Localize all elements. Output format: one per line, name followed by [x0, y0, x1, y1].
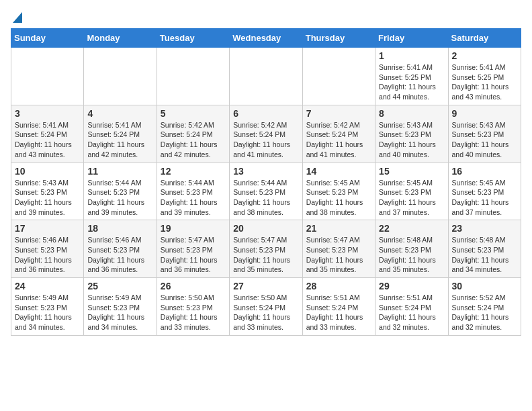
day-info: Sunrise: 5:51 AM Sunset: 5:24 PM Dayligh… — [306, 293, 371, 332]
calendar-cell: 10Sunrise: 5:43 AM Sunset: 5:23 PM Dayli… — [11, 163, 84, 220]
day-number: 14 — [306, 166, 371, 177]
calendar-table: SundayMondayTuesdayWednesdayThursdayFrid… — [11, 28, 521, 336]
day-number: 15 — [379, 166, 444, 177]
calendar-cell: 11Sunrise: 5:44 AM Sunset: 5:23 PM Dayli… — [84, 163, 157, 220]
day-number: 20 — [233, 223, 298, 234]
day-info: Sunrise: 5:45 AM Sunset: 5:23 PM Dayligh… — [306, 178, 371, 218]
calendar-cell: 26Sunrise: 5:50 AM Sunset: 5:23 PM Dayli… — [157, 278, 229, 336]
calendar-week-row: 24Sunrise: 5:49 AM Sunset: 5:23 PM Dayli… — [11, 278, 521, 336]
calendar-cell: 18Sunrise: 5:46 AM Sunset: 5:23 PM Dayli… — [84, 220, 157, 278]
day-number: 28 — [306, 281, 371, 291]
calendar-cell: 1Sunrise: 5:41 AM Sunset: 5:25 PM Daylig… — [375, 48, 448, 105]
calendar-week-row: 3Sunrise: 5:41 AM Sunset: 5:24 PM Daylig… — [11, 105, 521, 163]
day-info: Sunrise: 5:44 AM Sunset: 5:23 PM Dayligh… — [87, 178, 152, 218]
calendar-cell: 15Sunrise: 5:45 AM Sunset: 5:23 PM Dayli… — [375, 163, 448, 220]
day-number: 6 — [233, 108, 298, 119]
calendar-header-saturday: Saturday — [448, 29, 521, 48]
calendar-cell: 27Sunrise: 5:50 AM Sunset: 5:24 PM Dayli… — [230, 278, 302, 336]
calendar-cell — [84, 48, 157, 105]
calendar-cell: 30Sunrise: 5:52 AM Sunset: 5:24 PM Dayli… — [448, 278, 521, 336]
day-number: 18 — [87, 223, 152, 234]
day-number: 9 — [452, 108, 517, 119]
calendar-cell — [11, 48, 84, 105]
day-info: Sunrise: 5:49 AM Sunset: 5:23 PM Dayligh… — [15, 293, 80, 332]
calendar-week-row: 1Sunrise: 5:41 AM Sunset: 5:25 PM Daylig… — [11, 48, 521, 105]
day-number: 2 — [452, 50, 517, 61]
day-info: Sunrise: 5:41 AM Sunset: 5:25 PM Dayligh… — [379, 62, 444, 102]
calendar-cell — [157, 48, 229, 105]
calendar-cell: 29Sunrise: 5:51 AM Sunset: 5:24 PM Dayli… — [375, 278, 448, 336]
calendar-cell: 2Sunrise: 5:41 AM Sunset: 5:25 PM Daylig… — [448, 48, 521, 105]
day-number: 1 — [379, 50, 444, 61]
calendar-cell: 5Sunrise: 5:42 AM Sunset: 5:24 PM Daylig… — [157, 105, 229, 163]
day-number: 4 — [87, 108, 152, 119]
day-info: Sunrise: 5:49 AM Sunset: 5:23 PM Dayligh… — [87, 293, 152, 332]
calendar-cell: 7Sunrise: 5:42 AM Sunset: 5:24 PM Daylig… — [302, 105, 375, 163]
day-info: Sunrise: 5:45 AM Sunset: 5:23 PM Dayligh… — [379, 178, 444, 218]
day-info: Sunrise: 5:41 AM Sunset: 5:24 PM Dayligh… — [87, 120, 152, 160]
calendar-header-sunday: Sunday — [11, 29, 84, 48]
day-number: 16 — [452, 166, 517, 177]
day-number: 24 — [15, 281, 80, 291]
calendar-cell: 17Sunrise: 5:46 AM Sunset: 5:23 PM Dayli… — [11, 220, 84, 278]
logo — [11, 11, 22, 23]
day-number: 25 — [87, 281, 152, 291]
day-info: Sunrise: 5:48 AM Sunset: 5:23 PM Dayligh… — [452, 235, 517, 275]
calendar-cell: 21Sunrise: 5:47 AM Sunset: 5:23 PM Dayli… — [302, 220, 375, 278]
calendar-cell: 25Sunrise: 5:49 AM Sunset: 5:23 PM Dayli… — [84, 278, 157, 336]
day-info: Sunrise: 5:42 AM Sunset: 5:24 PM Dayligh… — [233, 120, 298, 160]
day-number: 23 — [452, 223, 517, 234]
day-info: Sunrise: 5:51 AM Sunset: 5:24 PM Dayligh… — [379, 293, 444, 332]
calendar-cell: 13Sunrise: 5:44 AM Sunset: 5:23 PM Dayli… — [230, 163, 302, 220]
calendar-cell: 20Sunrise: 5:47 AM Sunset: 5:23 PM Dayli… — [230, 220, 302, 278]
calendar-cell — [302, 48, 375, 105]
calendar-cell: 9Sunrise: 5:43 AM Sunset: 5:23 PM Daylig… — [448, 105, 521, 163]
calendar-cell: 23Sunrise: 5:48 AM Sunset: 5:23 PM Dayli… — [448, 220, 521, 278]
day-number: 22 — [379, 223, 444, 234]
day-info: Sunrise: 5:41 AM Sunset: 5:25 PM Dayligh… — [452, 62, 517, 102]
calendar-cell: 22Sunrise: 5:48 AM Sunset: 5:23 PM Dayli… — [375, 220, 448, 278]
day-info: Sunrise: 5:43 AM Sunset: 5:23 PM Dayligh… — [15, 178, 80, 218]
day-info: Sunrise: 5:50 AM Sunset: 5:23 PM Dayligh… — [161, 293, 226, 332]
calendar-cell: 28Sunrise: 5:51 AM Sunset: 5:24 PM Dayli… — [302, 278, 375, 336]
day-info: Sunrise: 5:44 AM Sunset: 5:23 PM Dayligh… — [233, 178, 298, 218]
calendar-cell: 24Sunrise: 5:49 AM Sunset: 5:23 PM Dayli… — [11, 278, 84, 336]
day-info: Sunrise: 5:50 AM Sunset: 5:24 PM Dayligh… — [233, 293, 298, 332]
page-header — [11, 11, 521, 23]
day-info: Sunrise: 5:46 AM Sunset: 5:23 PM Dayligh… — [15, 235, 80, 275]
calendar-header-friday: Friday — [375, 29, 448, 48]
day-number: 11 — [87, 166, 152, 177]
day-number: 27 — [233, 281, 298, 291]
calendar-week-row: 10Sunrise: 5:43 AM Sunset: 5:23 PM Dayli… — [11, 163, 521, 220]
day-number: 26 — [161, 281, 226, 291]
day-info: Sunrise: 5:45 AM Sunset: 5:23 PM Dayligh… — [452, 178, 517, 218]
day-info: Sunrise: 5:48 AM Sunset: 5:23 PM Dayligh… — [379, 235, 444, 275]
calendar-week-row: 17Sunrise: 5:46 AM Sunset: 5:23 PM Dayli… — [11, 220, 521, 278]
day-number: 21 — [306, 223, 371, 234]
day-info: Sunrise: 5:43 AM Sunset: 5:23 PM Dayligh… — [379, 120, 444, 160]
day-info: Sunrise: 5:46 AM Sunset: 5:23 PM Dayligh… — [87, 235, 152, 275]
calendar-header-tuesday: Tuesday — [157, 29, 229, 48]
logo-triangle-icon — [13, 12, 22, 23]
calendar-cell: 16Sunrise: 5:45 AM Sunset: 5:23 PM Dayli… — [448, 163, 521, 220]
day-info: Sunrise: 5:43 AM Sunset: 5:23 PM Dayligh… — [452, 120, 517, 160]
day-number: 30 — [452, 281, 517, 291]
day-number: 19 — [161, 223, 226, 234]
day-info: Sunrise: 5:47 AM Sunset: 5:23 PM Dayligh… — [306, 235, 371, 275]
calendar-header-wednesday: Wednesday — [230, 29, 302, 48]
calendar-cell: 6Sunrise: 5:42 AM Sunset: 5:24 PM Daylig… — [230, 105, 302, 163]
calendar-cell — [230, 48, 302, 105]
day-number: 5 — [161, 108, 226, 119]
calendar-header-thursday: Thursday — [302, 29, 375, 48]
calendar-cell: 8Sunrise: 5:43 AM Sunset: 5:23 PM Daylig… — [375, 105, 448, 163]
day-number: 10 — [15, 166, 80, 177]
day-info: Sunrise: 5:41 AM Sunset: 5:24 PM Dayligh… — [15, 120, 80, 160]
day-info: Sunrise: 5:52 AM Sunset: 5:24 PM Dayligh… — [452, 293, 517, 332]
calendar-header-row: SundayMondayTuesdayWednesdayThursdayFrid… — [11, 29, 521, 48]
calendar-header-monday: Monday — [84, 29, 157, 48]
day-number: 7 — [306, 108, 371, 119]
day-info: Sunrise: 5:47 AM Sunset: 5:23 PM Dayligh… — [233, 235, 298, 275]
calendar-cell: 4Sunrise: 5:41 AM Sunset: 5:24 PM Daylig… — [84, 105, 157, 163]
calendar-cell: 14Sunrise: 5:45 AM Sunset: 5:23 PM Dayli… — [302, 163, 375, 220]
day-number: 17 — [15, 223, 80, 234]
